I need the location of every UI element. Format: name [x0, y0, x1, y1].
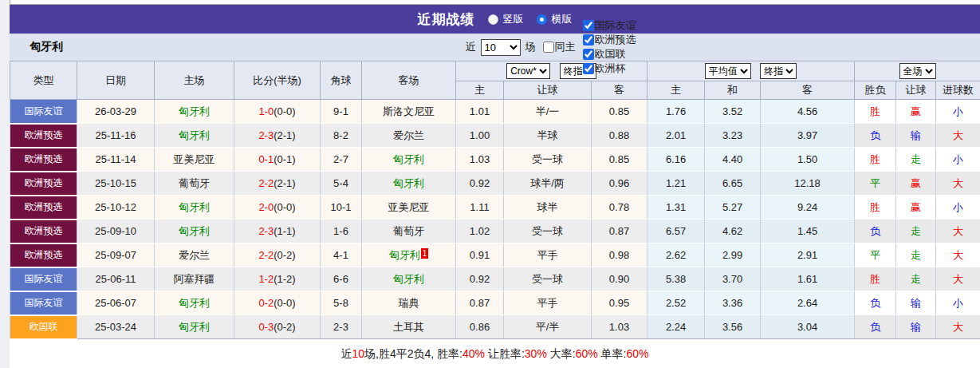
match-count-select[interactable]: 10	[481, 39, 521, 56]
odds-away: 0.98	[592, 243, 647, 267]
col-header-home: 主场	[155, 61, 234, 100]
avg-home: 2.24	[647, 315, 705, 339]
home-team: 亚美尼亚	[155, 148, 234, 172]
match-row: 国际友谊25-06-11阿塞拜疆1-2(1-2)6-6匈牙利0.92受一球0.9…	[10, 267, 980, 291]
avg-draw: 3.52	[705, 100, 761, 124]
avg-away: 2.91	[761, 243, 855, 267]
average-stage-select[interactable]: 终指	[760, 63, 797, 79]
same-home-filter[interactable]: 同主	[538, 40, 576, 54]
match-date: 25-09-10	[77, 220, 155, 243]
match-type-badge: 国际友谊	[10, 267, 77, 291]
subheader-odds-away: 客	[592, 81, 647, 100]
corner-score: 4-1	[321, 243, 362, 267]
league-filter[interactable]: 欧洲杯	[578, 61, 636, 76]
avg-draw: 4.62	[705, 220, 761, 243]
match-date: 25-11-16	[77, 124, 155, 148]
col-header-away: 客场	[362, 61, 456, 100]
league-checkbox[interactable]	[583, 49, 594, 60]
match-date: 25-06-11	[77, 267, 155, 291]
odds-away: 0.85	[592, 148, 647, 172]
odds-handicap: 球半	[504, 196, 592, 220]
odds-home: 0.92	[456, 267, 504, 291]
score: 1-0(0-0)	[234, 100, 321, 124]
avg-away: 4.56	[761, 100, 855, 124]
away-team: 匈牙利	[362, 267, 456, 291]
odds-away: 0.96	[592, 172, 647, 196]
full-time-score: 0-3	[258, 321, 274, 333]
summary-text: 近10场,胜4平2负4, 胜率:40% 让胜率:30% 大率:60% 单率:60…	[341, 347, 649, 362]
away-team: 葡萄牙	[362, 220, 456, 243]
page-left-margin	[0, 0, 10, 368]
summary-stat-value: 60%	[576, 347, 598, 360]
half-time-score: (0-2)	[274, 321, 295, 333]
league-filter[interactable]: 欧国联	[578, 47, 636, 61]
filter-bar: 匈牙利 近 10 场 同主 国际友谊欧洲预选欧国联欧洲杯	[10, 34, 980, 61]
league-label: 欧国联	[595, 47, 626, 61]
odds-away: 1.03	[592, 315, 647, 339]
summary-stat-label: 大率:	[547, 347, 576, 360]
avg-home: 1.76	[647, 100, 705, 124]
away-team: 斯洛文尼亚	[362, 100, 456, 124]
away-team: 瑞典	[362, 291, 456, 315]
full-time-score: 2-2	[258, 249, 274, 261]
league-checkbox[interactable]	[583, 63, 594, 74]
match-row: 国际友谊25-06-07匈牙利0-2(0-0)5-8瑞典0.87平手0.952.…	[10, 291, 980, 315]
half-time-score: (0-0)	[274, 201, 295, 213]
result-goals: 大	[936, 172, 980, 196]
corner-score: 2-3	[321, 315, 362, 339]
match-type-badge: 欧洲预选	[10, 172, 77, 196]
league-checkbox[interactable]	[583, 20, 594, 31]
avg-home: 6.57	[647, 220, 705, 243]
match-date: 25-03-24	[77, 315, 155, 339]
half-time-score: (0-1)	[274, 153, 295, 165]
avg-draw: 3.23	[705, 124, 761, 148]
match-type-badge: 欧洲预选	[10, 124, 77, 148]
avg-away: 1.50	[761, 148, 855, 172]
match-date: 25-10-12	[77, 196, 155, 220]
result-outcome: 负	[855, 124, 896, 148]
avg-home: 2.62	[647, 243, 705, 267]
home-team: 匈牙利	[155, 124, 234, 148]
corner-score: 10-1	[321, 196, 362, 220]
col-header-score: 比分(半场)	[234, 61, 321, 100]
subheader-avg-home: 主	[647, 81, 705, 100]
match-date: 26-03-29	[77, 100, 155, 124]
odds-away: 0.90	[592, 267, 647, 291]
league-checkbox[interactable]	[583, 34, 594, 46]
home-team: 葡萄牙	[155, 172, 234, 196]
away-team: 爱尔兰	[362, 124, 456, 148]
result-outcome: 平	[855, 243, 896, 267]
match-row: 欧洲预选25-10-12匈牙利2-0(0-0)10-1亚美尼亚1.11球半0.7…	[10, 196, 980, 220]
league-filter[interactable]: 欧洲预选	[578, 33, 636, 47]
table-body: 国际友谊26-03-29匈牙利1-0(0-0)9-1斯洛文尼亚1.01半/一0.…	[10, 100, 980, 339]
home-team: 匈牙利	[155, 291, 234, 315]
half-time-score: (1-2)	[274, 273, 295, 285]
result-goals: 大	[936, 243, 980, 267]
league-label: 欧洲杯	[595, 61, 626, 76]
avg-draw: 5.27	[705, 196, 761, 220]
away-team: 亚美尼亚	[362, 196, 456, 220]
match-row: 欧国联25-03-24匈牙利0-3(0-2)2-3土耳其0.86平/半1.032…	[10, 315, 980, 339]
match-row: 欧洲预选25-09-07爱尔兰2-2(0-2)4-1匈牙利10.91平手0.98…	[10, 243, 980, 267]
match-type-badge: 欧洲预选	[10, 148, 77, 172]
league-filter[interactable]: 国际友谊	[578, 18, 636, 33]
home-team: 爱尔兰	[155, 243, 234, 267]
match-type-badge: 欧洲预选	[10, 196, 77, 220]
full-time-score: 0-1	[258, 153, 274, 165]
corner-score: 1-6	[321, 220, 362, 243]
match-type-badge: 欧洲预选	[10, 243, 77, 267]
avg-draw: 4.40	[705, 148, 761, 172]
away-team: 匈牙利1	[362, 243, 456, 267]
filter-controls: 近 10 场 同主 国际友谊欧洲预选欧国联欧洲杯	[466, 18, 636, 76]
avg-home: 2.52	[647, 291, 705, 315]
result-handicap: 输	[896, 291, 936, 315]
average-select[interactable]: 平均值	[705, 63, 751, 79]
away-team: 匈牙利	[362, 148, 456, 172]
scope-select[interactable]: 全场	[899, 63, 936, 79]
subheader-avg-away: 客	[761, 81, 855, 100]
avg-away: 12.18	[761, 172, 855, 196]
subheader-handicap-result: 让球	[896, 81, 936, 100]
score: 2-0(0-0)	[234, 196, 321, 220]
away-team-name: 爱尔兰	[393, 129, 424, 141]
same-home-checkbox[interactable]	[543, 42, 554, 53]
